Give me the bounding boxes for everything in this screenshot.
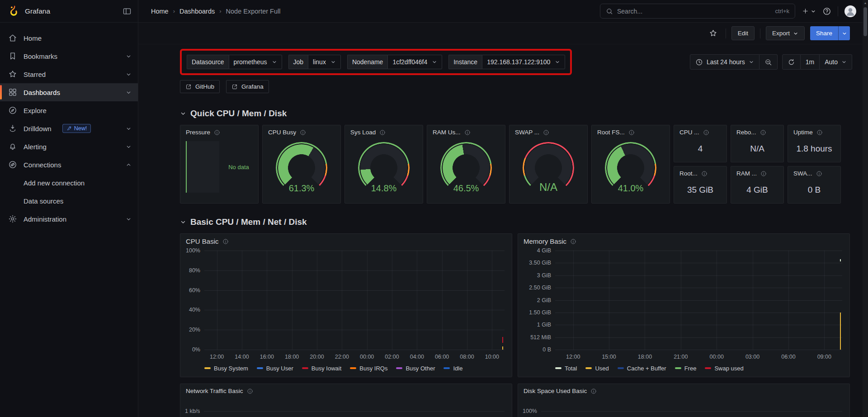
variable-value-dropdown[interactable]: 192.168.137.122:9100	[482, 55, 565, 69]
sidebar-item-label: Bookmarks	[24, 52, 57, 60]
panel-title[interactable]: Memory Basic	[524, 237, 566, 245]
sidebar-item-administration[interactable]: Administration	[0, 210, 138, 228]
variable-value-dropdown[interactable]: prometheus	[229, 55, 282, 69]
sidebar-item-alerting[interactable]: Alerting	[0, 137, 138, 156]
panel-title[interactable]: RAM ...	[736, 170, 757, 177]
info-icon[interactable]	[816, 129, 823, 136]
info-icon[interactable]	[214, 129, 220, 136]
breadcrumb-item-dashboards[interactable]: Dashboards	[179, 8, 215, 15]
info-icon[interactable]	[300, 129, 306, 136]
avatar[interactable]	[844, 5, 856, 17]
info-icon[interactable]	[701, 171, 708, 177]
legend-item-total[interactable]: Total	[555, 365, 577, 372]
search-input[interactable]: ctrl+k	[600, 4, 795, 19]
legend-item-cache-buffer[interactable]: Cache + Buffer	[618, 365, 666, 372]
y-axis-tick: 1 GiB	[537, 322, 551, 328]
gear-icon	[8, 214, 17, 223]
info-icon[interactable]	[816, 171, 822, 177]
panel-title[interactable]: Sys Load	[350, 129, 376, 136]
breadcrumb-item-home[interactable]: Home	[151, 8, 169, 15]
info-icon[interactable]	[628, 129, 635, 136]
chevron-down-icon	[126, 71, 132, 77]
variable-value-dropdown[interactable]: linux	[308, 55, 341, 69]
legend-swatch	[585, 367, 592, 369]
info-icon[interactable]	[247, 388, 253, 394]
legend-label: Busy IRQs	[359, 365, 387, 372]
refresh-button[interactable]	[782, 54, 801, 70]
info-icon[interactable]	[379, 129, 386, 136]
dashboard-link-github[interactable]: GitHub	[180, 80, 220, 93]
legend-item-free[interactable]: Free	[675, 365, 697, 372]
panel-title[interactable]: SWAP ...	[515, 129, 539, 136]
sidebar-item-starred[interactable]: Starred	[0, 65, 138, 83]
panel-title[interactable]: CPU Basic	[186, 237, 219, 245]
panel-title[interactable]: SWA...	[793, 170, 812, 177]
info-icon[interactable]	[760, 129, 766, 136]
legend-item-used[interactable]: Used	[585, 365, 609, 372]
refresh-mode-picker[interactable]: Auto	[820, 54, 852, 70]
sidebar-item-add-new-connection[interactable]: Add new connection	[0, 174, 138, 192]
legend-item-idle[interactable]: Idle	[443, 365, 462, 372]
sidebar-item-label: Alerting	[24, 143, 47, 151]
series-mark-busy-iowait	[502, 337, 503, 343]
panel-title[interactable]: Root...	[679, 170, 698, 177]
info-icon[interactable]	[464, 129, 471, 136]
panel-title[interactable]: Root FS...	[597, 129, 625, 136]
legend-item-busy-irqs[interactable]: Busy IRQs	[350, 365, 387, 372]
scrollbar-thumb[interactable]	[863, 7, 867, 36]
edit-button[interactable]: Edit	[731, 26, 755, 40]
x-axis-tick: 03:00	[745, 354, 760, 360]
info-icon[interactable]	[543, 129, 549, 136]
export-button[interactable]: Export	[766, 26, 805, 40]
add-new-button[interactable]	[802, 7, 816, 15]
share-options-button[interactable]	[838, 26, 850, 40]
scrollbar-up-arrow[interactable]: ▲	[863, 0, 868, 6]
info-icon[interactable]	[222, 238, 229, 245]
legend-swatch	[443, 367, 450, 369]
panel-title[interactable]: Rebo...	[736, 129, 756, 136]
variable-value-dropdown[interactable]: 1cf2dff046f4	[387, 55, 442, 69]
section-header-quick[interactable]: Quick CPU / Mem / Disk	[180, 109, 852, 118]
sidebar-item-bookmarks[interactable]: Bookmarks	[0, 47, 138, 65]
sidebar-item-home[interactable]: Home	[0, 29, 138, 47]
info-icon[interactable]	[590, 388, 597, 394]
panel-title[interactable]: CPU ...	[679, 129, 699, 136]
gridline-horizontal	[555, 275, 842, 276]
legend-item-swap-used[interactable]: Swap used	[705, 365, 743, 372]
gridline-horizontal	[555, 337, 842, 338]
legend-item-busy-user[interactable]: Busy User	[257, 365, 293, 372]
dock-icon[interactable]	[123, 7, 132, 16]
legend-item-busy-iowait[interactable]: Busy Iowait	[302, 365, 341, 372]
panel-title[interactable]: RAM Us...	[433, 129, 461, 136]
dashboard-link-grafana[interactable]: Grafana	[226, 80, 269, 93]
gridline-vertical	[492, 251, 492, 350]
sidebar-item-dashboards[interactable]: Dashboards	[0, 83, 138, 101]
panel-title-bar: RAM ...	[731, 166, 783, 180]
sidebar-item-drilldown[interactable]: DrilldownNew!	[0, 119, 138, 137]
share-button[interactable]: Share	[810, 26, 838, 40]
legend-item-busy-other[interactable]: Busy Other	[396, 365, 435, 372]
panel-title[interactable]: Disk Space Used Basic	[524, 388, 587, 394]
legend-item-busy-system[interactable]: Busy System	[204, 365, 248, 372]
sidebar-item-data-sources[interactable]: Data sources	[0, 192, 138, 210]
panel-title[interactable]: Network Traffic Basic	[186, 388, 243, 394]
section-header-basic[interactable]: Basic CPU / Mem / Net / Disk	[180, 217, 852, 227]
sidebar-item-connections[interactable]: Connections	[0, 156, 138, 174]
info-icon[interactable]	[570, 238, 576, 245]
panel-title[interactable]: CPU Busy	[268, 129, 296, 136]
star-button[interactable]	[707, 27, 720, 40]
info-icon[interactable]	[760, 171, 767, 177]
zoom-out-button[interactable]	[760, 54, 778, 70]
help-button[interactable]	[822, 7, 831, 16]
sidebar-item-explore[interactable]: Explore	[0, 101, 138, 119]
y-axis-tick: 512 MiB	[530, 334, 551, 341]
panel-title[interactable]: Uptime	[793, 129, 813, 136]
time-range-picker[interactable]: Last 24 hours	[690, 54, 760, 70]
variable-label: Job	[288, 55, 308, 69]
search-field[interactable]	[617, 8, 771, 15]
panel-title[interactable]: Pressure	[186, 129, 210, 136]
gridline-horizontal	[555, 350, 842, 350]
page-scrollbar[interactable]: ▲	[863, 0, 868, 417]
info-icon[interactable]	[703, 129, 709, 136]
legend-label: Swap used	[714, 365, 743, 372]
